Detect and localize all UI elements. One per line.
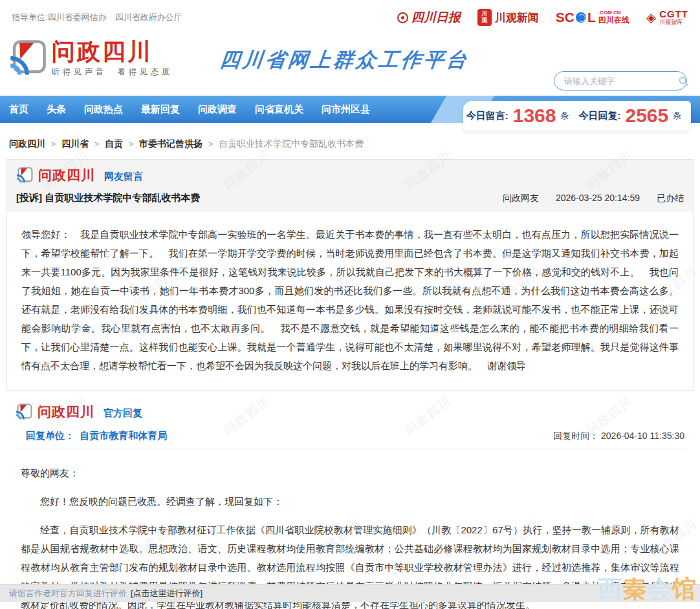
search-box	[554, 71, 687, 91]
message-body: 领导您好： 我是自贡职业技术学院中专部高一实验班的一名学生。最近关于书本费的事情…	[7, 212, 693, 390]
reply-unit-row: 回复单位： 自贡市教育和体育局 回复时间： 2026-04-10 11:35:3…	[6, 430, 694, 449]
today-replies-count: 2565	[626, 106, 669, 125]
reply-unit-value[interactable]: 自贡市教育和体育局	[80, 430, 167, 441]
reply-paragraph: 您好！您反映的问题已收悉。经调查了解，现回复如下：	[21, 492, 679, 511]
sichuan-daily-name: 四川日报	[411, 9, 461, 26]
rating-link[interactable]: [点击这里进行评价]	[131, 588, 202, 599]
cgtt-thinktank-logo[interactable]: ◈ CGTT 川观智库	[646, 9, 688, 25]
chuanguan-news-name: 川观新闻	[495, 10, 539, 25]
page: 问政四川 问政四川 问政四川 问政四川 问政四川 问政四川 问政四川 问政四川 …	[0, 0, 700, 609]
cube-icon: ◈	[646, 11, 656, 24]
nav-item-latest-replies[interactable]: 最新回复	[132, 96, 189, 123]
breadcrumb-separator: >	[51, 140, 56, 149]
breadcrumb-separator: >	[94, 140, 99, 149]
breadcrumb-current-page: 自贡职业技术学院中专部乱收书本费	[219, 138, 364, 150]
press-logos: 四川日报 川观 川观新闻 SC L .COM.CN 四川在线 ◈ CGTT 川观…	[397, 9, 688, 26]
site-name: 问政四川	[52, 39, 173, 65]
platform-slogan: 四川省网上群众工作平台	[219, 47, 470, 74]
breadcrumb-separator: >	[129, 140, 133, 149]
wenzheng-logo-icon	[9, 39, 47, 77]
breadcrumb-city[interactable]: 自贡	[105, 138, 123, 150]
nav-item-hot-topics[interactable]: 问政热点	[75, 96, 132, 123]
reply-section-label: 官方回复	[104, 407, 142, 420]
nav-item-surveys[interactable]: 问政调查	[189, 96, 246, 123]
seal-char: 秦	[622, 575, 647, 603]
official-reply-card: 问政四川 官方回复 回复单位： 自贡市教育和体育局 回复时间： 2026-04-…	[6, 403, 694, 609]
rating-bar: 请留言作者对官方回复进行评价 [点击这里进行评价] 西秦会馆	[0, 584, 700, 602]
scol-text-right: L	[587, 10, 596, 25]
cgtt-cn-name: 川观智库	[659, 19, 688, 25]
cgtt-en-name: CGTT	[659, 9, 688, 19]
reply-time-label: 回复时间：	[553, 431, 598, 441]
main-nav: 首页 头条 问政热点 最新回复 问政调查 问省直机关 问市州区县 今日留言: 1…	[0, 96, 700, 123]
scol-chinese-name: 四川在线	[598, 16, 629, 25]
netizen-message-card: 问政四川 网友留言 [投诉] 自贡职业技术学院中专部乱收书本费 问政网友 202…	[6, 159, 694, 391]
search-input[interactable]	[554, 76, 678, 86]
site-brand-text: 问政四川 听得见声音 看得见态度	[52, 39, 173, 78]
today-replies-label: 今日回复:	[579, 110, 621, 122]
message-status-badge: 已办结	[657, 193, 684, 204]
site-brand[interactable]: 问政四川 听得见声音 看得见态度	[9, 39, 173, 78]
today-messages-label: 今日留言:	[466, 110, 509, 122]
top-utility-bar: 指导单位:四川省委网信办 四川省政府办公厅 四川日报 川观 川观新闻 SC L …	[0, 0, 700, 35]
breadcrumb-home[interactable]: 问政四川	[9, 138, 45, 150]
message-title: [投诉] 自贡职业技术学院中专部乱收书本费	[16, 192, 200, 204]
chuanguan-badge-icon: 川观	[477, 9, 492, 26]
scol-sichuan-online-logo[interactable]: SC L .COM.CN 四川在线	[556, 10, 629, 25]
wenzheng-logo-icon	[16, 167, 33, 184]
reply-unit: 回复单位： 自贡市教育和体育局	[26, 430, 167, 442]
globe-icon	[576, 12, 586, 23]
site-header: 问政四川 听得见声音 看得见态度 四川省网上群众工作平台	[0, 35, 700, 96]
reply-brand-row: 问政四川 官方回复	[6, 403, 694, 421]
search-icon[interactable]	[678, 72, 689, 89]
nav-item-home[interactable]: 首页	[0, 96, 38, 123]
message-card-header: 问政四川 网友留言 [投诉] 自贡职业技术学院中专部乱收书本费 问政网友 202…	[7, 160, 693, 212]
breadcrumb-province[interactable]: 四川省	[61, 138, 89, 150]
today-messages-count: 1368	[513, 106, 556, 125]
reply-unit-label: 回复单位：	[26, 430, 74, 441]
reply-brand-name: 问政四川	[38, 403, 94, 421]
cgtt-caption: CGTT 川观智库	[659, 9, 688, 25]
seal-char: 西	[598, 575, 622, 603]
message-brand-row: 问政四川 网友留言	[16, 166, 684, 184]
reply-greeting: 尊敬的网友：	[21, 464, 679, 482]
today-stats-panel: 今日留言: 1368 条 今日回复: 2565 条	[463, 101, 691, 131]
message-time: 2026-03-25 20:14:59	[556, 193, 640, 204]
wenzheng-logo-icon	[16, 403, 32, 420]
sichuan-daily-logo[interactable]: 四川日报	[397, 9, 461, 26]
today-messages-unit: 条	[561, 110, 569, 122]
seal-char: 馆	[672, 575, 696, 603]
seal-char: 会	[647, 575, 672, 603]
message-section-label: 网友留言	[104, 171, 143, 183]
site-tagline: 听得见声音 看得见态度	[52, 67, 173, 78]
rating-prompt: 请留言作者对官方回复进行评价	[9, 588, 127, 599]
nav-item-city-districts[interactable]: 问市州区县	[312, 96, 379, 123]
guide-units-text: 指导单位:四川省委网信办 四川省政府办公厅	[12, 12, 182, 23]
xiqin-guildhall-watermark: 西秦会馆	[598, 577, 696, 601]
message-title-row: [投诉] 自贡职业技术学院中专部乱收书本费 问政网友 2026-03-25 20…	[16, 192, 684, 204]
today-replies-unit: 条	[673, 110, 681, 122]
message-author: 问政网友	[503, 193, 539, 204]
message-meta: 问政网友 2026-03-25 20:14:59 已办结	[503, 193, 684, 204]
breadcrumb-separator: >	[208, 140, 213, 149]
message-brand-name: 问政四川	[38, 166, 95, 184]
reply-time: 回复时间： 2026-04-10 11:35:30	[553, 431, 684, 442]
breadcrumb-leader[interactable]: 市委书记曾洪扬	[139, 138, 202, 150]
chuanguan-news-logo[interactable]: 川观 川观新闻	[477, 9, 539, 26]
scol-text-left: SC	[556, 10, 574, 25]
sichuan-daily-emblem-icon	[397, 12, 408, 23]
nav-item-headlines[interactable]: 头条	[38, 96, 75, 123]
scol-caption: .COM.CN 四川在线	[598, 10, 629, 25]
reply-time-value: 2026-04-10 11:35:30	[601, 431, 684, 441]
nav-item-provincial-organs[interactable]: 问省直机关	[246, 96, 312, 123]
